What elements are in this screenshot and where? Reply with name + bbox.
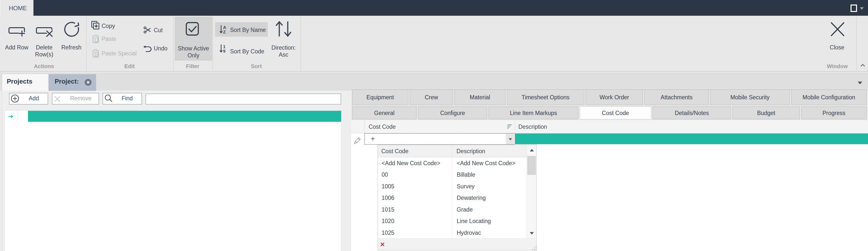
svg-text:1: 1 xyxy=(223,44,225,49)
svg-text:A: A xyxy=(223,25,226,30)
svg-text:Z: Z xyxy=(223,30,226,34)
svg-text:9: 9 xyxy=(223,49,225,54)
